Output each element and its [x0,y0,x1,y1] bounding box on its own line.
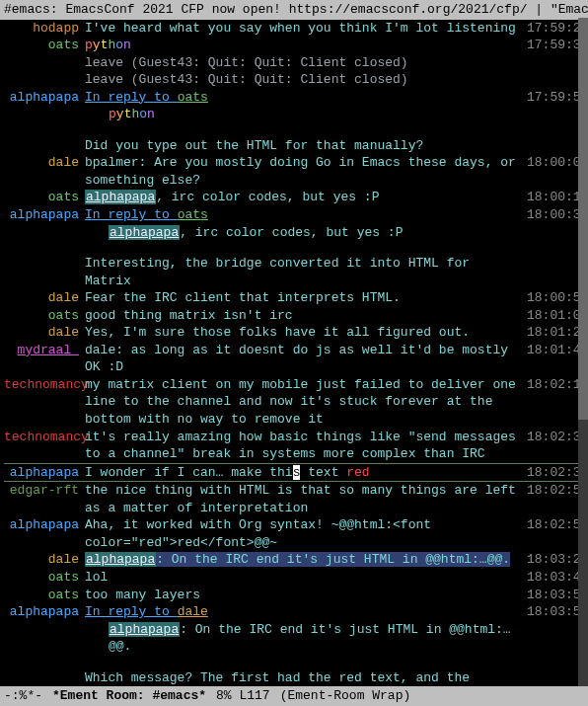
timestamp: 18:00:09 [527,154,584,172]
modeline: -:%*- *Ement Room: #emacs* 8% L117 (Emen… [0,686,588,706]
message-row: dale Yes, I'm sure those folks have it a… [4,324,584,342]
timestamp: 18:03:29 [527,551,584,569]
timestamp: 18:02:55 [527,482,584,500]
message-row: edgar-rft the nice thing with HTML is th… [4,482,584,516]
timestamp: 18:02:35 [527,464,584,482]
message-row: mydraal_ dale: as long as it doesnt do j… [4,342,584,376]
message-text: I've heard what you say when you think I… [85,20,527,38]
message-row: technomancy my matrix client on my mobil… [4,376,584,429]
nick-alphapapa: alphapapa [4,464,85,482]
message-row: oats python 17:59:31 [4,37,584,54]
timestamp: 18:00:50 [527,289,584,307]
reply-target-link[interactable]: oats [178,207,208,222]
message-row: technomancy it's really amazing how basi… [4,429,584,463]
message-text: In reply to oats [85,89,527,107]
timestamp: 18:03:59 [527,603,584,621]
modeline-position: 8% L117 [216,687,270,705]
mention-highlight: alphapapa [85,190,156,204]
nick-dale: dale [4,551,85,569]
message-row: Did you type out the HTML for that manua… [4,137,584,155]
message-row: dale alphapapa: On the IRC end it's just… [4,551,584,569]
timestamp: 17:59:31 [527,37,584,54]
message-row: alphapapa In reply to oats 17:59:58 [4,89,584,107]
message-row: dale bpalmer: Are you mostly doing Go in… [4,154,584,189]
nick-mydraal: mydraal_ [4,342,85,359]
message-row: dale Fear the IRC client that interprets… [4,289,584,307]
mention-highlight: alphapapa [85,552,156,567]
scrollbar[interactable] [578,18,588,688]
timestamp: 18:00:19 [527,189,584,206]
nick-alphapapa: alphapapa [4,516,85,534]
message-text: the nice thing with HTML is that so many… [85,482,527,516]
reply-prefix: In reply to [85,90,178,105]
nick-oats: oats [4,569,85,587]
nick-oats: oats [4,189,85,206]
nick-alphapapa: alphapapa [4,206,85,224]
timestamp: 18:03:46 [527,569,584,587]
scrollbar-thumb[interactable] [578,18,588,420]
message-row: alphapapa In reply to dale 18:03:59 [4,603,584,621]
message-text: lol [85,569,527,587]
message-row: hodapp I've heard what you say when you … [4,20,584,38]
message-row: alphapapa Aha, it worked with Org syntax… [4,516,584,551]
message-text: I wonder if I can… make this text red [85,464,527,482]
message-text: alphapapa, irc color codes, but yes :P [85,189,527,206]
mention-highlight: alphapapa [109,622,180,637]
timestamp: 18:03:52 [527,587,584,604]
timestamp: 18:02:35 [527,429,584,446]
rainbow-text: python [85,38,131,52]
nick-dale: dale [4,324,85,342]
system-row: leave (Guest43: Quit: Quit: Client close… [4,71,584,89]
leave-message: leave (Guest43: Quit: Quit: Client close… [85,71,527,89]
chat-buffer[interactable]: hodapp I've heard what you say when you … [0,20,588,706]
message-text: good thing matrix isn't irc [85,307,527,325]
message-text: Fear the IRC client that interprets HTML… [85,289,527,307]
modeline-buffer-name: *Ement Room: #emacs* [52,687,206,705]
message-text: alphapapa: On the IRC end it's just HTML… [85,551,527,569]
nick-hodapp: hodapp [4,20,85,38]
message-row: oats lol 18:03:46 [4,569,584,587]
window-titlebar: #emacs: EmacsConf 2021 CFP now open! htt… [0,0,588,20]
nick-technomancy: technomancy [4,429,85,446]
nick-oats: oats [4,37,85,54]
message-text: dale: as long as it doesnt do js as well… [85,342,527,376]
colored-word: red [346,465,369,480]
message-text: Aha, it worked with Org syntax! ~@@html:… [85,516,527,551]
nick-dale: dale [4,289,85,307]
nick-edgar-rft: edgar-rft [4,482,85,500]
message-text: it's really amazing how basic things lik… [85,429,527,463]
message-text: Interesting, the bridge converted it int… [85,255,527,289]
message-row: oats alphapapa, irc color codes, but yes… [4,189,584,206]
timestamp: 18:02:18 [527,376,584,394]
nick-dale: dale [4,154,85,172]
mention-highlight: alphapapa [109,225,180,240]
timestamp: 17:59:58 [527,89,584,107]
system-row: leave (Guest43: Quit: Quit: Client close… [4,54,584,72]
message-text: too many layers [85,587,527,604]
reply-target-link[interactable]: oats [178,90,208,105]
nick-alphapapa: alphapapa [4,89,85,107]
message-row: Interesting, the bridge converted it int… [4,255,584,289]
timestamp: 18:01:05 [527,307,584,325]
message-text: bpalmer: Are you mostly doing Go in Emac… [85,154,527,189]
message-text: Did you type out the HTML for that manua… [85,137,527,155]
message-row: alphapapa In reply to oats 18:00:35 [4,206,584,224]
message-row: oats good thing matrix isn't irc 18:01:0… [4,307,584,325]
reply-prefix: In reply to [85,207,178,222]
message-row-current: alphapapa I wonder if I can… make this t… [4,463,584,483]
message-text: Yes, I'm sure those folks have it all fi… [85,324,527,342]
timestamp: 18:01:44 [527,342,584,359]
modeline-mode: (Ement-Room Wrap) [280,687,411,705]
reply-target-link[interactable]: dale [178,604,208,619]
leave-message: leave (Guest43: Quit: Quit: Client close… [85,54,527,72]
timestamp: 18:00:35 [527,206,584,224]
reply-prefix: In reply to [85,604,178,619]
timestamp: 18:01:21 [527,324,584,342]
nick-technomancy: technomancy [4,376,85,394]
nick-oats: oats [4,307,85,325]
nick-oats: oats [4,587,85,604]
nick-alphapapa: alphapapa [4,603,85,621]
message-row: oats too many layers 18:03:52 [4,587,584,604]
modeline-status: -:%*- [4,687,42,705]
timestamp: 17:59:25 [527,20,584,38]
